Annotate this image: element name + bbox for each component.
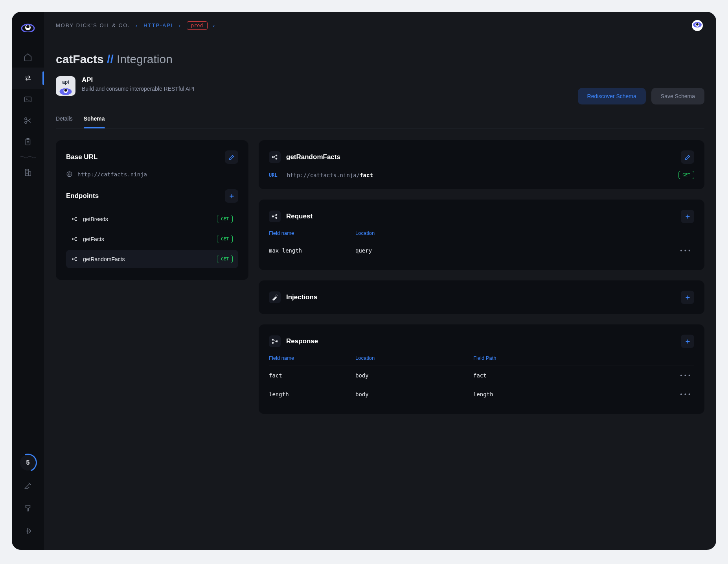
request-title: Request — [286, 212, 313, 220]
tab-schema[interactable]: Schema — [84, 112, 105, 128]
svg-rect-34 — [276, 341, 278, 342]
method-badge: GET — [217, 215, 233, 223]
svg-point-26 — [272, 156, 274, 158]
nav-settings[interactable] — [12, 500, 44, 516]
add-endpoint-button[interactable] — [225, 189, 238, 203]
edit-base-url-button[interactable] — [225, 150, 238, 164]
page-title: catFacts // Integration — [56, 53, 704, 66]
response-card: Response Field name Location Field Path — [259, 324, 704, 414]
flow-out-icon — [272, 338, 278, 344]
injections-icon — [269, 291, 281, 303]
logout-icon — [24, 527, 32, 535]
row-more-button[interactable]: ••• — [680, 247, 694, 254]
svg-point-30 — [276, 214, 277, 216]
node-icon — [72, 256, 77, 262]
pencil-icon — [684, 154, 691, 161]
svg-point-5 — [25, 121, 27, 124]
svg-rect-8 — [29, 172, 31, 176]
plus-icon — [228, 193, 235, 200]
nav-home[interactable] — [12, 46, 44, 68]
title-sub: Integration — [117, 53, 173, 66]
endpoint-detail-title: getRandomFacts — [286, 153, 340, 161]
svg-point-33 — [272, 342, 274, 344]
endpoint-url: http://catfacts.ninja/fact — [287, 172, 373, 178]
endpoint-name: getBreeds — [83, 216, 108, 222]
row-more-button[interactable]: ••• — [680, 372, 694, 379]
crumb-company[interactable]: MOBY DICK'S OIL & CO. — [56, 22, 130, 28]
api-subtitle: Build and consume interoperable RESTful … — [82, 86, 194, 92]
nav-cut[interactable] — [12, 110, 44, 131]
nav-clipboard[interactable] — [12, 131, 44, 152]
base-url-card: Base URL http://catfacts.ninja Endpoints — [56, 140, 248, 280]
endpoint-detail-card: getRandomFacts URL http://catfacts.ninja… — [259, 140, 704, 189]
nav-integrations[interactable] — [12, 68, 44, 89]
nav-broom[interactable] — [12, 478, 44, 493]
nav-terminal[interactable] — [12, 89, 44, 110]
response-table-header: Field name Location Field Path — [269, 355, 694, 366]
title-main: catFacts — [56, 53, 104, 66]
counter-badge[interactable]: 5 — [20, 455, 36, 471]
tabs: Details Schema — [56, 112, 704, 128]
add-injection-button[interactable] — [681, 291, 694, 304]
app-window: 5 MOBY DICK'S OIL & CO. › HTTP-API › pro… — [12, 12, 716, 550]
env-tag[interactable]: prod — [187, 21, 208, 30]
response-icon — [269, 335, 281, 347]
endpoint-icon — [269, 151, 281, 163]
tab-details[interactable]: Details — [56, 112, 73, 128]
row-more-button[interactable]: ••• — [680, 391, 694, 397]
svg-point-23 — [72, 258, 74, 260]
response-title: Response — [286, 337, 318, 345]
syringe-icon — [272, 294, 278, 300]
home-icon — [24, 53, 32, 61]
svg-point-32 — [272, 339, 274, 341]
edit-endpoint-button[interactable] — [681, 150, 694, 164]
nav-company[interactable] — [12, 162, 44, 183]
save-schema-button[interactable]: Save Schema — [651, 88, 704, 104]
node-icon — [272, 154, 278, 160]
endpoint-item[interactable]: getRandomFacts GET — [66, 250, 238, 268]
add-request-field-button[interactable] — [681, 210, 694, 223]
svg-point-12 — [696, 23, 699, 26]
svg-point-2 — [26, 25, 29, 28]
endpoint-item[interactable]: getBreeds GET — [66, 210, 238, 228]
flow-in-icon — [272, 213, 278, 220]
api-header-block: api API Build and consume interoperable … — [56, 76, 194, 96]
broom-icon — [24, 481, 32, 490]
svg-rect-29 — [272, 216, 274, 217]
globe-icon — [66, 171, 73, 178]
rediscover-schema-button[interactable]: Rediscover Schema — [578, 88, 646, 104]
api-icon: api — [56, 76, 75, 96]
tool-icon — [24, 504, 32, 513]
svg-point-17 — [72, 218, 74, 220]
endpoints-list: getBreeds GET getFacts GET — [66, 210, 238, 268]
topbar: MOBY DICK'S OIL & CO. › HTTP-API › prod … — [44, 12, 716, 39]
endpoints-title: Endpoints — [66, 192, 99, 200]
request-table-header: Field name Location — [269, 230, 694, 241]
method-badge: GET — [678, 171, 694, 179]
svg-point-18 — [75, 217, 77, 218]
sidebar: 5 — [12, 12, 44, 550]
title-separator: // — [107, 53, 114, 66]
method-badge: GET — [217, 255, 233, 263]
breadcrumb: MOBY DICK'S OIL & CO. › HTTP-API › prod … — [56, 21, 215, 30]
scissors-icon — [24, 116, 32, 125]
plus-icon — [684, 294, 691, 301]
url-label: URL — [269, 172, 278, 178]
add-response-field-button[interactable] — [681, 335, 694, 348]
svg-point-19 — [75, 220, 77, 221]
node-icon — [72, 216, 77, 222]
nav-logout[interactable] — [12, 523, 44, 539]
progress-ring-icon — [16, 450, 40, 474]
svg-rect-7 — [26, 169, 29, 176]
api-title: API — [82, 76, 194, 84]
crumb-api[interactable]: HTTP-API — [143, 22, 173, 28]
chevron-right-icon: › — [179, 22, 181, 28]
avatar[interactable] — [690, 20, 704, 31]
svg-point-24 — [75, 257, 77, 258]
endpoint-item[interactable]: getFacts GET — [66, 230, 238, 248]
wavy-divider-icon — [20, 156, 36, 159]
clipboard-icon — [24, 137, 32, 146]
svg-point-15 — [64, 89, 67, 92]
svg-point-27 — [276, 155, 277, 156]
svg-point-22 — [75, 240, 77, 241]
